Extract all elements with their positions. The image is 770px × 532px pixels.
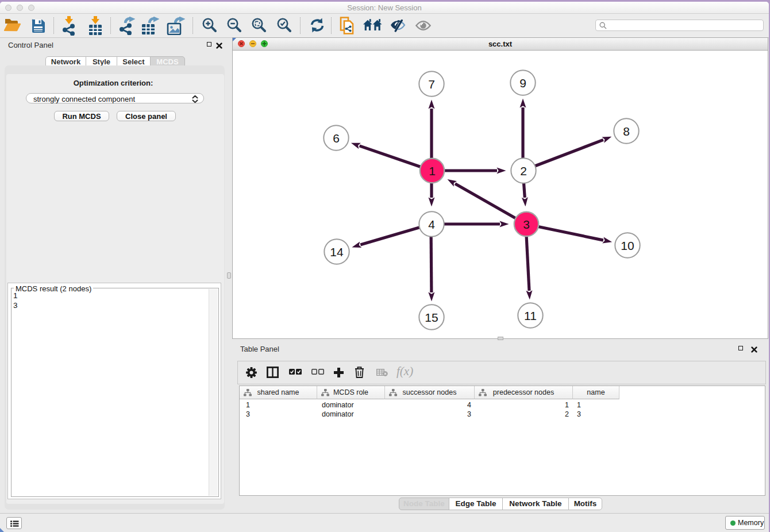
svg-text:8: 8 [623, 125, 630, 138]
svg-text:7: 7 [428, 78, 435, 91]
svg-text:9: 9 [519, 76, 526, 90]
svg-text:1: 1 [429, 164, 436, 178]
svg-text:15: 15 [425, 311, 438, 324]
svg-text:11: 11 [524, 309, 537, 322]
svg-text:4: 4 [428, 218, 435, 231]
svg-text:6: 6 [333, 132, 340, 145]
svg-text:2: 2 [520, 164, 527, 178]
svg-text:3: 3 [523, 218, 530, 231]
svg-text:10: 10 [621, 239, 634, 252]
svg-text:14: 14 [330, 245, 344, 259]
